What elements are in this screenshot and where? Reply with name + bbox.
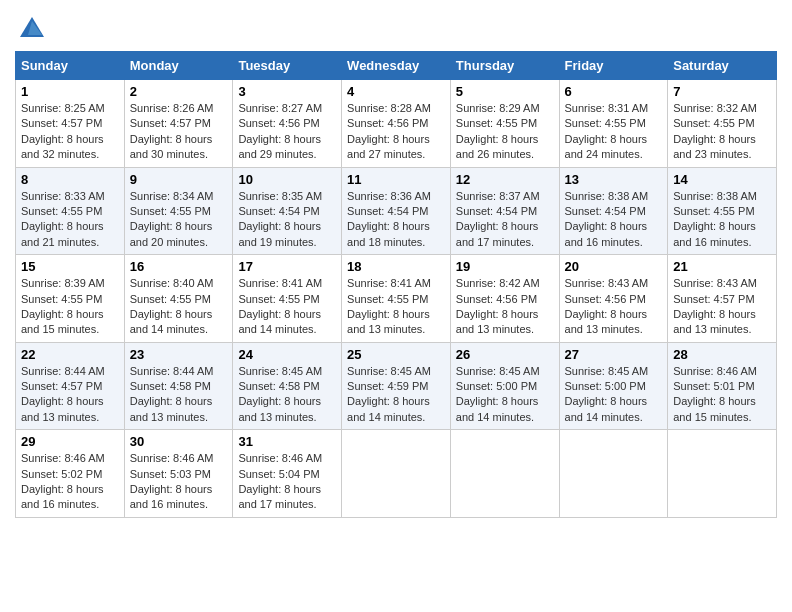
calendar-cell: 26Sunrise: 8:45 AMSunset: 5:00 PMDayligh…: [450, 342, 559, 430]
day-number: 29: [21, 434, 119, 449]
day-info: Sunrise: 8:46 AMSunset: 5:03 PMDaylight:…: [130, 451, 228, 513]
calendar-cell: 16Sunrise: 8:40 AMSunset: 4:55 PMDayligh…: [124, 255, 233, 343]
day-number: 4: [347, 84, 445, 99]
day-info: Sunrise: 8:43 AMSunset: 4:57 PMDaylight:…: [673, 276, 771, 338]
day-number: 31: [238, 434, 336, 449]
day-header-tuesday: Tuesday: [233, 52, 342, 80]
day-header-monday: Monday: [124, 52, 233, 80]
calendar-cell: 21Sunrise: 8:43 AMSunset: 4:57 PMDayligh…: [668, 255, 777, 343]
calendar-cell: 2Sunrise: 8:26 AMSunset: 4:57 PMDaylight…: [124, 80, 233, 168]
calendar-cell: 1Sunrise: 8:25 AMSunset: 4:57 PMDaylight…: [16, 80, 125, 168]
calendar-cell: 10Sunrise: 8:35 AMSunset: 4:54 PMDayligh…: [233, 167, 342, 255]
calendar-week-5: 29Sunrise: 8:46 AMSunset: 5:02 PMDayligh…: [16, 430, 777, 518]
calendar-week-2: 8Sunrise: 8:33 AMSunset: 4:55 PMDaylight…: [16, 167, 777, 255]
logo: [15, 15, 46, 43]
calendar-cell: 3Sunrise: 8:27 AMSunset: 4:56 PMDaylight…: [233, 80, 342, 168]
day-number: 23: [130, 347, 228, 362]
calendar-cell: 20Sunrise: 8:43 AMSunset: 4:56 PMDayligh…: [559, 255, 668, 343]
calendar-cell: 27Sunrise: 8:45 AMSunset: 5:00 PMDayligh…: [559, 342, 668, 430]
day-header-sunday: Sunday: [16, 52, 125, 80]
day-header-friday: Friday: [559, 52, 668, 80]
calendar-body: 1Sunrise: 8:25 AMSunset: 4:57 PMDaylight…: [16, 80, 777, 518]
page-header: [15, 10, 777, 43]
day-info: Sunrise: 8:28 AMSunset: 4:56 PMDaylight:…: [347, 101, 445, 163]
day-info: Sunrise: 8:25 AMSunset: 4:57 PMDaylight:…: [21, 101, 119, 163]
day-number: 19: [456, 259, 554, 274]
day-info: Sunrise: 8:44 AMSunset: 4:58 PMDaylight:…: [130, 364, 228, 426]
calendar-cell: [668, 430, 777, 518]
calendar-week-1: 1Sunrise: 8:25 AMSunset: 4:57 PMDaylight…: [16, 80, 777, 168]
day-number: 5: [456, 84, 554, 99]
calendar-cell: 25Sunrise: 8:45 AMSunset: 4:59 PMDayligh…: [342, 342, 451, 430]
calendar-cell: 8Sunrise: 8:33 AMSunset: 4:55 PMDaylight…: [16, 167, 125, 255]
day-info: Sunrise: 8:34 AMSunset: 4:55 PMDaylight:…: [130, 189, 228, 251]
day-number: 26: [456, 347, 554, 362]
calendar-week-4: 22Sunrise: 8:44 AMSunset: 4:57 PMDayligh…: [16, 342, 777, 430]
day-number: 11: [347, 172, 445, 187]
day-info: Sunrise: 8:41 AMSunset: 4:55 PMDaylight:…: [238, 276, 336, 338]
day-number: 17: [238, 259, 336, 274]
day-number: 3: [238, 84, 336, 99]
day-header-wednesday: Wednesday: [342, 52, 451, 80]
calendar-cell: 12Sunrise: 8:37 AMSunset: 4:54 PMDayligh…: [450, 167, 559, 255]
days-header-row: SundayMondayTuesdayWednesdayThursdayFrid…: [16, 52, 777, 80]
day-info: Sunrise: 8:46 AMSunset: 5:01 PMDaylight:…: [673, 364, 771, 426]
day-header-saturday: Saturday: [668, 52, 777, 80]
day-info: Sunrise: 8:46 AMSunset: 5:04 PMDaylight:…: [238, 451, 336, 513]
calendar-cell: 31Sunrise: 8:46 AMSunset: 5:04 PMDayligh…: [233, 430, 342, 518]
day-header-thursday: Thursday: [450, 52, 559, 80]
day-number: 15: [21, 259, 119, 274]
calendar-cell: 15Sunrise: 8:39 AMSunset: 4:55 PMDayligh…: [16, 255, 125, 343]
day-number: 25: [347, 347, 445, 362]
calendar-table: SundayMondayTuesdayWednesdayThursdayFrid…: [15, 51, 777, 518]
day-number: 2: [130, 84, 228, 99]
calendar-cell: 6Sunrise: 8:31 AMSunset: 4:55 PMDaylight…: [559, 80, 668, 168]
calendar-cell: 22Sunrise: 8:44 AMSunset: 4:57 PMDayligh…: [16, 342, 125, 430]
day-info: Sunrise: 8:45 AMSunset: 4:59 PMDaylight:…: [347, 364, 445, 426]
calendar-week-3: 15Sunrise: 8:39 AMSunset: 4:55 PMDayligh…: [16, 255, 777, 343]
day-number: 7: [673, 84, 771, 99]
day-info: Sunrise: 8:45 AMSunset: 5:00 PMDaylight:…: [456, 364, 554, 426]
logo-icon: [18, 15, 46, 43]
day-number: 30: [130, 434, 228, 449]
calendar-cell: [450, 430, 559, 518]
calendar-cell: 18Sunrise: 8:41 AMSunset: 4:55 PMDayligh…: [342, 255, 451, 343]
day-info: Sunrise: 8:26 AMSunset: 4:57 PMDaylight:…: [130, 101, 228, 163]
day-info: Sunrise: 8:44 AMSunset: 4:57 PMDaylight:…: [21, 364, 119, 426]
calendar-cell: 30Sunrise: 8:46 AMSunset: 5:03 PMDayligh…: [124, 430, 233, 518]
day-info: Sunrise: 8:27 AMSunset: 4:56 PMDaylight:…: [238, 101, 336, 163]
day-info: Sunrise: 8:43 AMSunset: 4:56 PMDaylight:…: [565, 276, 663, 338]
day-number: 28: [673, 347, 771, 362]
day-info: Sunrise: 8:31 AMSunset: 4:55 PMDaylight:…: [565, 101, 663, 163]
day-info: Sunrise: 8:29 AMSunset: 4:55 PMDaylight:…: [456, 101, 554, 163]
day-info: Sunrise: 8:33 AMSunset: 4:55 PMDaylight:…: [21, 189, 119, 251]
calendar-cell: 14Sunrise: 8:38 AMSunset: 4:55 PMDayligh…: [668, 167, 777, 255]
day-number: 22: [21, 347, 119, 362]
day-info: Sunrise: 8:39 AMSunset: 4:55 PMDaylight:…: [21, 276, 119, 338]
day-info: Sunrise: 8:35 AMSunset: 4:54 PMDaylight:…: [238, 189, 336, 251]
day-info: Sunrise: 8:36 AMSunset: 4:54 PMDaylight:…: [347, 189, 445, 251]
calendar-cell: 5Sunrise: 8:29 AMSunset: 4:55 PMDaylight…: [450, 80, 559, 168]
day-number: 10: [238, 172, 336, 187]
day-number: 27: [565, 347, 663, 362]
calendar-cell: 28Sunrise: 8:46 AMSunset: 5:01 PMDayligh…: [668, 342, 777, 430]
day-number: 24: [238, 347, 336, 362]
day-number: 1: [21, 84, 119, 99]
calendar-cell: 24Sunrise: 8:45 AMSunset: 4:58 PMDayligh…: [233, 342, 342, 430]
calendar-cell: 29Sunrise: 8:46 AMSunset: 5:02 PMDayligh…: [16, 430, 125, 518]
day-info: Sunrise: 8:40 AMSunset: 4:55 PMDaylight:…: [130, 276, 228, 338]
calendar-cell: 9Sunrise: 8:34 AMSunset: 4:55 PMDaylight…: [124, 167, 233, 255]
day-info: Sunrise: 8:41 AMSunset: 4:55 PMDaylight:…: [347, 276, 445, 338]
day-info: Sunrise: 8:37 AMSunset: 4:54 PMDaylight:…: [456, 189, 554, 251]
day-number: 18: [347, 259, 445, 274]
calendar-cell: 17Sunrise: 8:41 AMSunset: 4:55 PMDayligh…: [233, 255, 342, 343]
day-info: Sunrise: 8:38 AMSunset: 4:55 PMDaylight:…: [673, 189, 771, 251]
calendar-cell: 11Sunrise: 8:36 AMSunset: 4:54 PMDayligh…: [342, 167, 451, 255]
calendar-cell: [559, 430, 668, 518]
day-number: 9: [130, 172, 228, 187]
day-info: Sunrise: 8:42 AMSunset: 4:56 PMDaylight:…: [456, 276, 554, 338]
calendar-cell: [342, 430, 451, 518]
day-number: 12: [456, 172, 554, 187]
day-info: Sunrise: 8:32 AMSunset: 4:55 PMDaylight:…: [673, 101, 771, 163]
day-number: 20: [565, 259, 663, 274]
